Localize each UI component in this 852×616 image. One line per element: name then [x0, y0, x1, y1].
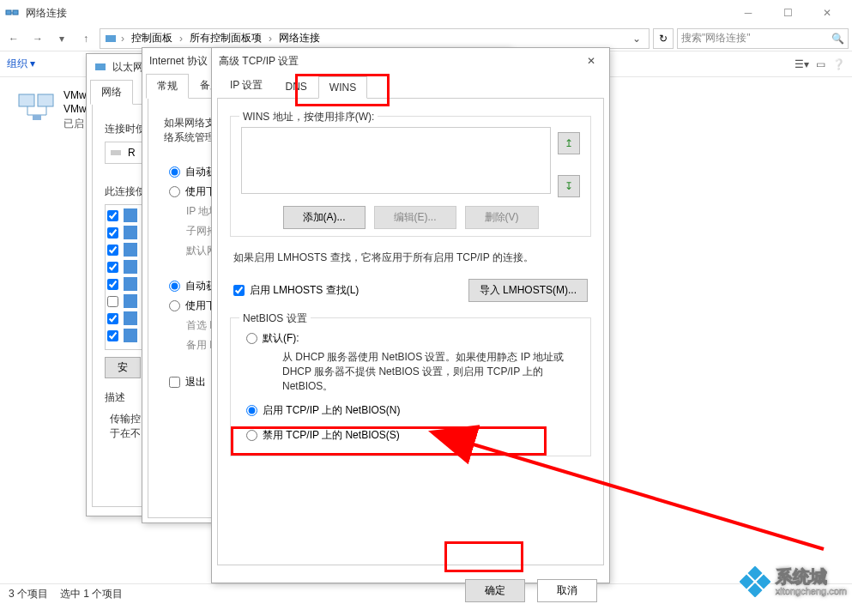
advanced-tcpip-dialog: 高级 TCP/IP 设置 ✕ IP 设置 DNS WINS WINS 地址，按使…	[211, 47, 610, 583]
breadcrumb[interactable]: 所有控制面板项	[186, 31, 265, 45]
add-button[interactable]: 添加(A)...	[283, 206, 366, 229]
nav-up[interactable]: ↑	[76, 28, 96, 49]
svg-rect-10	[124, 226, 137, 239]
svg-rect-15	[124, 311, 137, 325]
protocol-icon	[124, 277, 137, 291]
remove-button[interactable]: 删除(V)	[465, 206, 539, 229]
maximize-button[interactable]: ☐	[768, 0, 807, 26]
tab-network[interactable]: 网络	[90, 80, 133, 105]
tab-dns[interactable]: DNS	[274, 75, 317, 98]
radio-netbios-default[interactable]: 默认(F):	[241, 329, 580, 348]
enable-lmhosts-checkbox[interactable]: 启用 LMHOSTS 查找(L)	[233, 283, 359, 298]
connection-name: VMw	[63, 89, 87, 101]
search-input[interactable]: 搜索"网络连接" 🔍	[677, 28, 849, 49]
breadcrumb[interactable]: 控制面板	[128, 31, 176, 45]
tab-general[interactable]: 常规	[146, 74, 189, 99]
nav-history-dropdown[interactable]: ▾	[51, 28, 72, 49]
close-button[interactable]: ✕	[807, 0, 847, 26]
watermark: 系统城 xitongcheng.com	[740, 566, 847, 597]
svg-rect-5	[38, 94, 53, 106]
adapter-icon	[15, 89, 57, 124]
protocol-icon	[124, 208, 137, 222]
svg-rect-9	[124, 208, 137, 222]
protocol-icon	[124, 294, 137, 308]
network-icon	[5, 6, 19, 20]
selected-count: 选中 1 个项目	[60, 587, 123, 601]
protocol-icon	[124, 260, 137, 274]
wins-address-list[interactable]	[241, 127, 551, 194]
cancel-button[interactable]: 取消	[537, 579, 597, 602]
svg-rect-4	[19, 94, 34, 106]
nav-back[interactable]: ←	[3, 28, 24, 49]
search-icon: 🔍	[831, 33, 844, 45]
arrow-down-icon: ↧	[565, 180, 573, 192]
install-button[interactable]: 安	[105, 357, 141, 378]
ok-button[interactable]: 确定	[465, 579, 525, 602]
svg-rect-1	[13, 10, 18, 15]
watermark-icon	[740, 566, 770, 597]
ethernet-icon	[94, 60, 107, 74]
edit-button[interactable]: 编辑(E)...	[374, 206, 456, 229]
network-icon	[104, 32, 118, 45]
svg-rect-13	[124, 277, 137, 291]
protocol-icon	[124, 226, 137, 239]
radio-netbios-disable[interactable]: 禁用 TCP/IP 上的 NetBIOS(S)	[241, 426, 580, 445]
address-bar[interactable]: › 控制面板 › 所有控制面板项 › 网络连接 ⌄	[100, 28, 650, 49]
radio-netbios-enable[interactable]: 启用 TCP/IP 上的 NetBIOS(N)	[241, 401, 580, 420]
svg-rect-8	[111, 150, 121, 155]
close-button[interactable]: ✕	[580, 50, 602, 72]
window-title: 网络连接	[26, 6, 728, 21]
protocol-icon	[124, 243, 137, 257]
arrow-up-icon: ↥	[565, 137, 573, 149]
view-icon[interactable]: ☰▾	[795, 58, 809, 70]
dialog-title: 高级 TCP/IP 设置	[219, 54, 580, 69]
import-lmhosts-button[interactable]: 导入 LMHOSTS(M)...	[468, 279, 588, 302]
adapter-icon	[109, 146, 123, 160]
protocol-icon	[124, 329, 137, 342]
tab-ip-settings[interactable]: IP 设置	[219, 73, 274, 98]
tab-wins[interactable]: WINS	[318, 76, 367, 99]
svg-rect-14	[124, 294, 137, 308]
lmhosts-info: 如果启用 LMHOSTS 查找，它将应用于所有启用 TCP/IP 的连接。	[230, 242, 591, 274]
explorer-titlebar: 网络连接 ─ ☐ ✕	[0, 0, 852, 26]
svg-rect-3	[106, 35, 116, 42]
protocol-icon	[124, 311, 137, 325]
move-down-button[interactable]: ↧	[558, 175, 580, 197]
nav-forward[interactable]: →	[27, 28, 48, 49]
breadcrumb-sep: ›	[121, 33, 124, 45]
help-icon[interactable]: ❔	[832, 58, 845, 70]
wins-address-label: WINS 地址，按使用排序(W):	[239, 110, 378, 124]
svg-rect-0	[6, 10, 11, 15]
address-dropdown[interactable]: ⌄	[628, 33, 645, 45]
netbios-label: NetBIOS 设置	[239, 311, 311, 326]
svg-rect-6	[33, 115, 41, 120]
refresh-button[interactable]: ↻	[653, 28, 674, 49]
minimize-button[interactable]: ─	[728, 0, 768, 26]
svg-rect-12	[124, 260, 137, 274]
breadcrumb[interactable]: 网络连接	[275, 31, 323, 45]
preview-icon[interactable]: ▭	[816, 58, 825, 70]
svg-rect-7	[95, 63, 106, 70]
svg-rect-11	[124, 243, 137, 257]
svg-rect-16	[124, 329, 137, 342]
move-up-button[interactable]: ↥	[558, 132, 580, 154]
organize-button[interactable]: 组织 ▾	[7, 57, 35, 71]
item-count: 3 个项目	[9, 587, 48, 601]
